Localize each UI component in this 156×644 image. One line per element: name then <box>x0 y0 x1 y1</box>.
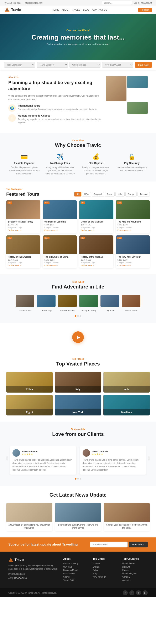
footer-our-team[interactable]: Our Team <box>63 566 88 568</box>
testimonials-section: Testimonials Love from our Clients ‹ Jon… <box>0 422 156 486</box>
type-beach[interactable]: Beach Party <box>122 295 140 312</box>
tour-link-8[interactable]: Explore more → <box>118 264 148 266</box>
footer-about-company[interactable]: About Company <box>63 562 88 565</box>
dot-3[interactable] <box>80 315 81 317</box>
test-dot-1[interactable] <box>75 478 76 480</box>
my-account-link[interactable]: My Account <box>141 2 152 4</box>
place-india[interactable]: India <box>104 372 150 392</box>
type-museum[interactable]: Museum Tour <box>16 295 34 312</box>
news-img-3 <box>104 503 150 522</box>
youtube-icon[interactable]: ▶ <box>143 590 148 595</box>
tour-card-5[interactable]: Hot History of The Emperor $175$158 6 Ni… <box>6 236 40 268</box>
news-card-2[interactable]: Booking travel during Corona-Find who ar… <box>55 503 101 531</box>
footer-city-tokyo[interactable]: Tokyo <box>93 572 118 575</box>
dot-1[interactable] <box>75 315 76 317</box>
test-dot-3[interactable] <box>80 478 81 480</box>
footer-assoc[interactable]: Associations <box>63 572 88 575</box>
twitter-icon[interactable]: t <box>130 590 134 595</box>
tab-all[interactable]: All <box>74 192 81 196</box>
tour-card-4[interactable]: Hot The Hills and Mountains $299$209 6 N… <box>116 200 150 233</box>
type-cruise-img <box>37 295 56 307</box>
type-hiking[interactable]: Hiking & Diving <box>79 295 98 312</box>
nav-home[interactable]: HOME <box>52 8 59 11</box>
options-content: Multiple Options to Choose Ensuring my e… <box>18 114 101 124</box>
tab-europe[interactable]: Europe <box>126 192 137 196</box>
logo[interactable]: Travic <box>4 7 21 13</box>
footer-country-us[interactable]: United States <box>122 562 148 565</box>
tab-england[interactable]: England <box>92 192 104 196</box>
place-china[interactable]: China <box>6 372 52 392</box>
search-input[interactable] <box>102 1 132 5</box>
footer-city-nyc[interactable]: New York City <box>93 576 118 578</box>
tour-link-3[interactable]: Explore more → <box>81 229 112 231</box>
tour-meta-5: 6 Nights / 7 Days <box>8 262 39 264</box>
tab-america[interactable]: America <box>138 192 150 196</box>
tour-title-2: Wildness of California <box>44 221 75 223</box>
footer-logo[interactable]: Travic <box>8 558 59 562</box>
place-italy[interactable]: Italy <box>55 372 101 392</box>
footer-country-fr[interactable]: France <box>122 569 148 571</box>
footer-guide[interactable]: Travel Guide <box>63 579 88 581</box>
test-prev-arrow[interactable]: ‹ <box>6 456 8 461</box>
tour-card-7[interactable]: Hot History of the Mughals $175$118 4 Ni… <box>79 236 113 268</box>
nav-about[interactable]: ABOUT <box>62 8 70 11</box>
header-find-btn[interactable]: Find Now <box>138 8 152 12</box>
tour-link-6[interactable]: Explore more → <box>44 264 75 266</box>
tour-meta-8: 4 Nights / 5 Days <box>118 262 148 264</box>
tour-card-3[interactable]: Hot Ocean on the Maldives $158$130 4 Nig… <box>79 200 113 233</box>
footer-country-be[interactable]: Belgium <box>122 566 148 568</box>
footer-city-cyprus[interactable]: Cyprus <box>93 566 118 568</box>
tab-egypt[interactable]: Egypt <box>105 192 115 196</box>
options-title: Multiple Options to Choose <box>18 114 101 117</box>
login-link[interactable]: Log In <box>134 2 139 4</box>
type-history[interactable]: Explore History <box>58 295 77 312</box>
place-newyork[interactable]: New York <box>55 395 101 416</box>
tab-india[interactable]: India <box>116 192 124 196</box>
news-title: Get Latest News Update <box>6 492 150 498</box>
find-now-button[interactable]: Find Now <box>135 62 152 68</box>
category-select[interactable]: Travel Category <box>37 62 68 68</box>
featured-tag: Top Packages <box>6 188 150 190</box>
tour-card-1[interactable]: Hot Beauty of Istanbul Turkey $279$199 6… <box>6 200 40 233</box>
footer-brand-col: Travic A wonderful serenity has taken po… <box>8 558 59 582</box>
play-button[interactable] <box>72 331 84 343</box>
tour-link-5[interactable]: Explore more → <box>8 264 39 266</box>
type-cruise[interactable]: Cruise Ship <box>37 295 56 312</box>
place-maldives[interactable]: Maldives <box>104 395 150 416</box>
footer-city-dubai[interactable]: Dubai <box>93 569 118 571</box>
tour-card-2[interactable]: Sale Wildness of California $358$324 6 N… <box>43 200 77 233</box>
guests-select[interactable]: How many Guest <box>102 62 133 68</box>
tour-link-7[interactable]: Explore more → <box>81 264 112 266</box>
nav-contact[interactable]: CONTACT US <box>92 8 107 11</box>
tour-link-1[interactable]: Explore more → <box>8 229 39 231</box>
dot-2[interactable] <box>77 315 79 317</box>
footer-country-ca[interactable]: Canada <box>122 576 148 578</box>
tour-body-3: Ocean on the Maldives $158$130 4 Nights … <box>79 219 113 233</box>
instagram-icon[interactable]: in <box>136 590 141 595</box>
destination-select[interactable]: Your Destination <box>4 62 35 68</box>
payment-desc: Our Flexible payment options provide exc… <box>8 166 40 175</box>
footer-country-ar[interactable]: Argentina <box>122 579 148 581</box>
footer-country-uk[interactable]: United Kingdom <box>122 572 148 575</box>
footer-clients[interactable]: Clients <box>63 576 88 578</box>
subscribe-input[interactable] <box>90 542 128 548</box>
tour-price-8: $228$208 <box>118 259 148 261</box>
footer-city-london[interactable]: London <box>93 562 118 565</box>
test-dot-2[interactable] <box>77 478 79 480</box>
news-card-1[interactable]: 10 European ski destinations you should … <box>6 503 52 531</box>
footer-business[interactable]: Business Model <box>63 569 88 571</box>
tour-card-6[interactable]: Sale The old Empire of China $195$183 6 … <box>43 236 77 268</box>
type-city[interactable]: City Tour <box>100 295 119 312</box>
facebook-icon[interactable]: f <box>123 590 128 595</box>
test-next-arrow[interactable]: › <box>148 456 150 461</box>
tour-link-2[interactable]: Explore more → <box>44 229 75 231</box>
subscribe-button[interactable]: Subscribe → <box>129 542 148 548</box>
depart-select[interactable]: Where to Start <box>70 62 100 68</box>
tour-card-8[interactable]: Hot The New York City Tour $228$208 4 Ni… <box>116 236 150 268</box>
tour-link-4[interactable]: Explore more → <box>118 229 148 231</box>
place-egypt[interactable]: Egypt <box>6 395 52 416</box>
tab-usa[interactable]: USA <box>82 192 91 196</box>
news-card-3[interactable]: Change your place and get the fresh air … <box>104 503 150 531</box>
nav-pages[interactable]: PAGES <box>72 8 80 11</box>
nav-blog[interactable]: BLOG <box>83 8 90 11</box>
